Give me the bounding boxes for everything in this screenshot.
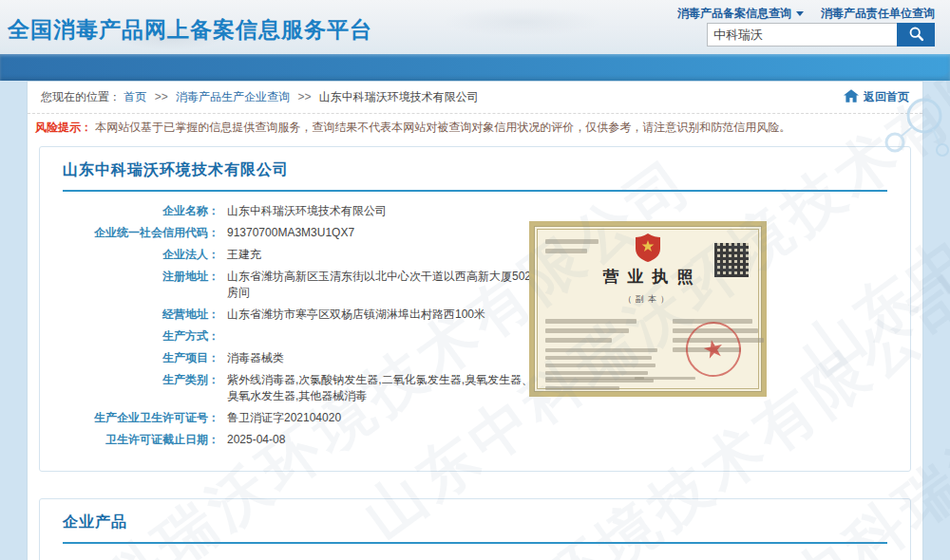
header-divider-band [0,54,950,81]
search-icon [908,26,924,45]
breadcrumb-current: 山东中科瑞沃环境技术有限公司 [319,90,479,103]
breadcrumb: 您现在的位置： 首页 >> 消毒产品生产企业查询 >> 山东中科瑞沃环境技术有限… [28,82,922,114]
home-icon [844,89,859,105]
products-panel: 企业产品 中科瑞沃牌ZK-50型电解法次氯酸钠发生器 中科瑞沃牌ZK-200型化… [39,498,911,560]
risk-notice-label: 风险提示： [35,121,92,134]
breadcrumb-query-link[interactable]: 消毒产品生产企业查询 [176,90,290,103]
license-frame: 营业执照 （副本） [537,229,759,389]
search-button[interactable] [897,23,935,47]
qr-code [714,243,749,277]
breadcrumb-path: 您现在的位置： 首页 >> 消毒产品生产企业查询 >> 山东中科瑞沃环境技术有限… [41,89,479,105]
risk-notice: 风险提示： 本网站仅基于已掌握的信息提供查询服务，查询结果不代表本网站对被查询对… [28,114,922,139]
field-company-name: 企业名称： 山东中科瑞沃环境技术有限公司 [63,203,887,219]
national-emblem-icon [636,233,660,266]
breadcrumb-prefix: 您现在的位置： [41,90,121,103]
site-title: 全国消毒产品网上备案信息服务平台 [8,15,372,45]
main-content: 您现在的位置： 首页 >> 消毒产品生产企业查询 >> 山东中科瑞沃环境技术有限… [27,81,923,560]
license-subtitle: （副本） [545,293,750,306]
company-title: 山东中科瑞沃环境技术有限公司 [63,160,887,180]
chevron-down-icon [796,11,804,16]
search-input[interactable] [707,23,897,47]
search-bar [707,23,935,47]
license-code-lines [545,239,602,258]
field-hygiene-license-no: 生产企业卫生许可证号： 鲁卫消证字202104020 [63,410,887,426]
panel-divider [63,542,887,544]
top-nav: 消毒产品备案信息查询 消毒产品责任单位查询 [677,6,935,22]
field-license-expiry-date: 卫生许可证截止日期： 2025-04-08 [63,432,887,448]
back-home-link[interactable]: 返回首页 [844,89,909,105]
company-info-panel: 山东中科瑞沃环境技术有限公司 企业名称： 山东中科瑞沃环境技术有限公司 企业统一… [39,146,911,472]
business-license-image[interactable]: 营业执照 （副本） [529,221,767,397]
breadcrumb-home-link[interactable]: 首页 [124,90,146,103]
risk-notice-text: 本网站仅基于已掌握的信息提供查询服务，查询结果不代表本网站对被查询对象信用状况的… [95,121,790,134]
page-header: 全国消毒产品网上备案信息服务平台 消毒产品备案信息查询 消毒产品责任单位查询 [0,0,950,54]
license-footer-lines-right [635,377,701,384]
products-title: 企业产品 [63,513,887,532]
panel-divider [63,190,887,192]
nav-record-info-query[interactable]: 消毒产品备案信息查询 [677,6,804,22]
nav-responsible-unit-query[interactable]: 消毒产品责任单位查询 [821,6,935,22]
